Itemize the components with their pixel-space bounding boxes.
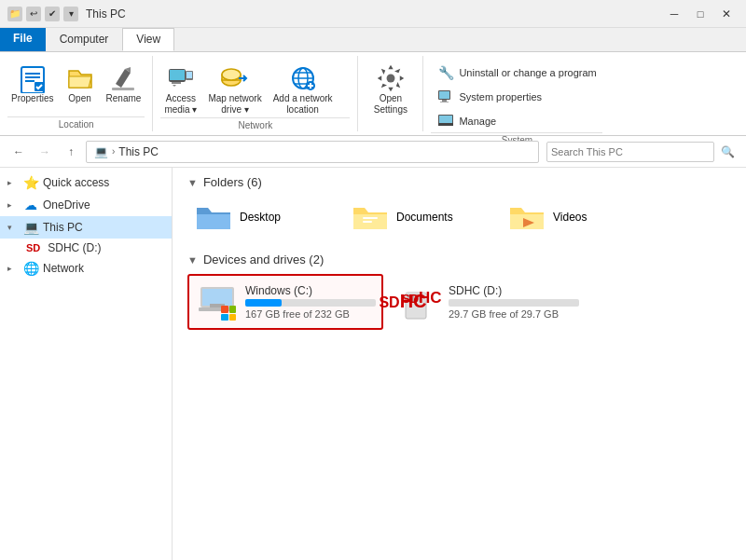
windows-c-info: Windows (C:) 167 GB free of 232 GB bbox=[245, 284, 376, 320]
sdhc-sidebar-icon: SD bbox=[26, 242, 40, 253]
open-label: Open bbox=[68, 93, 90, 104]
address-bar[interactable]: 💻 › This PC bbox=[86, 141, 539, 163]
svg-rect-10 bbox=[172, 82, 181, 84]
ribbon-group-network: Accessmedia ▾ Map networkdrive ▾ bbox=[153, 56, 358, 131]
drive-sdhc-d[interactable]: SDHC SDHC SDHC (D:) 29.7 GB free of 29.7… bbox=[391, 274, 587, 330]
sidebar-item-quick-access[interactable]: ▸ ⭐ Quick access bbox=[0, 171, 172, 194]
quick-access-toolbar-more[interactable]: ▾ bbox=[63, 7, 78, 21]
main-area: ▸ ⭐ Quick access ▸ ☁ OneDrive ▾ 💻 This P… bbox=[0, 168, 746, 560]
up-button[interactable]: ↑ bbox=[60, 141, 82, 163]
tab-computer[interactable]: Computer bbox=[46, 28, 123, 51]
svg-rect-35 bbox=[202, 289, 232, 306]
map-network-drive-button[interactable]: Map networkdrive ▾ bbox=[204, 61, 265, 117]
folder-videos[interactable]: Videos bbox=[501, 197, 650, 238]
sidebar-item-onedrive-label: OneDrive bbox=[43, 198, 90, 212]
manage-button[interactable]: Manage bbox=[431, 110, 602, 132]
title-bar-icons: 📁 ↩ ✔ ▾ bbox=[7, 7, 78, 21]
maximize-button[interactable]: □ bbox=[688, 5, 712, 23]
properties-icon bbox=[18, 63, 48, 93]
folder-desktop-label: Desktop bbox=[240, 211, 281, 224]
svg-rect-25 bbox=[439, 91, 449, 99]
ribbon-tabs: File Computer View bbox=[0, 28, 746, 52]
onedrive-icon: ☁ bbox=[22, 197, 39, 213]
sidebar-item-network[interactable]: ▸ 🌐 Network bbox=[0, 257, 172, 280]
network-icon: 🌐 bbox=[22, 260, 39, 277]
ribbon-group-system: 🔧 Uninstall or change a program System p… bbox=[423, 56, 610, 131]
folder-videos-label: Videos bbox=[553, 211, 587, 224]
minimize-button[interactable]: ─ bbox=[662, 5, 686, 23]
settings-buttons: OpenSettings bbox=[370, 58, 411, 117]
drive-windows-c[interactable]: Windows (C:) 167 GB free of 232 GB bbox=[187, 274, 383, 330]
system-properties-button[interactable]: System properties bbox=[431, 86, 602, 108]
title-bar-title: This PC bbox=[86, 7, 126, 20]
network-arrow: ▸ bbox=[7, 264, 19, 273]
svg-point-23 bbox=[386, 74, 394, 82]
forward-button[interactable]: → bbox=[34, 141, 56, 163]
drives-collapse-button[interactable]: ▼ bbox=[187, 254, 198, 266]
title-bar: 📁 ↩ ✔ ▾ This PC ─ □ ✕ bbox=[0, 0, 746, 28]
svg-rect-31 bbox=[363, 217, 378, 219]
rename-button[interactable]: Rename bbox=[103, 61, 145, 106]
sdhc-d-name: SDHC (D:) bbox=[449, 284, 579, 297]
back-button[interactable]: ← bbox=[7, 141, 30, 163]
open-icon bbox=[65, 63, 95, 93]
network-buttons: Accessmedia ▾ Map networkdrive ▾ bbox=[160, 58, 350, 117]
uninstall-button[interactable]: 🔧 Uninstall or change a program bbox=[431, 61, 602, 84]
svg-marker-11 bbox=[173, 85, 176, 87]
access-media-button[interactable]: Accessmedia ▾ bbox=[160, 61, 200, 117]
open-button[interactable]: Open bbox=[62, 61, 99, 106]
access-media-label: Accessmedia ▾ bbox=[164, 93, 197, 116]
sidebar-item-this-pc-label: This PC bbox=[43, 221, 83, 234]
svg-rect-27 bbox=[440, 102, 449, 102]
search-input[interactable] bbox=[546, 142, 714, 162]
svg-rect-9 bbox=[186, 72, 192, 78]
ribbon-group-location: Properties Open bbox=[0, 56, 153, 131]
address-chevron: › bbox=[112, 146, 115, 157]
add-network-location-icon bbox=[288, 63, 318, 93]
sidebar-item-sdhc-label: SDHC (D:) bbox=[48, 241, 101, 254]
rename-label: Rename bbox=[106, 93, 142, 104]
close-button[interactable]: ✕ bbox=[714, 5, 739, 23]
sidebar-item-sdhc[interactable]: SD SDHC (D:) bbox=[0, 239, 172, 257]
uninstall-icon: 🔧 bbox=[436, 63, 455, 82]
windows-c-free: 167 GB free of 232 GB bbox=[245, 308, 376, 320]
drives-section-header: ▼ Devices and drives (2) bbox=[187, 253, 731, 266]
quick-access-arrow: ▸ bbox=[7, 178, 19, 187]
map-network-drive-label: Map networkdrive ▾ bbox=[208, 93, 261, 116]
sdhc-d-free: 29.7 GB free of 29.7 GB bbox=[449, 308, 579, 320]
open-settings-icon bbox=[376, 63, 406, 93]
system-properties-icon bbox=[436, 88, 455, 106]
sidebar-item-onedrive[interactable]: ▸ ☁ OneDrive bbox=[0, 194, 172, 216]
quick-access-toolbar-save[interactable]: ↩ bbox=[26, 7, 41, 21]
map-network-drive-icon bbox=[220, 63, 250, 93]
open-settings-button[interactable]: OpenSettings bbox=[370, 61, 411, 117]
folder-documents-label: Documents bbox=[396, 211, 453, 224]
windows-c-bar-fill bbox=[245, 299, 282, 307]
folders-section-label: Folders (6) bbox=[203, 175, 262, 189]
add-network-location-label: Add a networklocation bbox=[273, 93, 333, 116]
folder-desktop[interactable]: Desktop bbox=[187, 197, 337, 238]
sidebar-item-this-pc[interactable]: ▾ 💻 This PC bbox=[0, 216, 172, 239]
manage-icon bbox=[436, 112, 455, 130]
quick-access-toolbar-properties[interactable]: ✔ bbox=[45, 7, 60, 21]
svg-rect-1 bbox=[25, 73, 40, 75]
svg-rect-2 bbox=[25, 76, 40, 78]
open-settings-label: OpenSettings bbox=[374, 93, 408, 116]
uninstall-label: Uninstall or change a program bbox=[459, 67, 596, 78]
location-group-label: Location bbox=[7, 116, 145, 130]
folders-collapse-button[interactable]: ▼ bbox=[187, 177, 198, 188]
access-media-icon bbox=[166, 63, 196, 93]
tab-file[interactable]: File bbox=[0, 28, 46, 51]
folder-videos-icon bbox=[508, 200, 546, 234]
folders-section-header: ▼ Folders (6) bbox=[187, 175, 731, 189]
properties-label: Properties bbox=[11, 93, 54, 104]
system-buttons: 🔧 Uninstall or change a program System p… bbox=[431, 58, 602, 132]
windows-c-bar-bg bbox=[245, 299, 376, 307]
address-icon: 💻 bbox=[94, 145, 108, 158]
folder-documents[interactable]: Documents bbox=[344, 197, 493, 238]
properties-button[interactable]: Properties bbox=[7, 61, 58, 106]
search-button[interactable]: 🔍 bbox=[716, 141, 739, 163]
location-buttons: Properties Open bbox=[7, 58, 145, 116]
tab-view[interactable]: View bbox=[122, 28, 174, 51]
add-network-location-button[interactable]: Add a networklocation bbox=[269, 61, 337, 117]
